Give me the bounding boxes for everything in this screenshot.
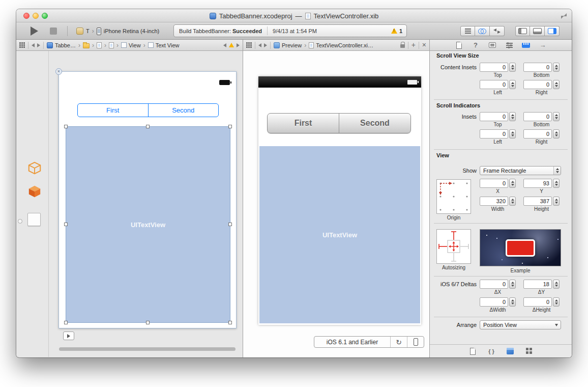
connections-inspector-tab[interactable] [538,41,548,50]
view-object-icon[interactable] [27,213,41,226]
navigator-toggle-button[interactable] [515,26,530,36]
breadcrumb-folder[interactable] [83,42,90,48]
resize-handle[interactable] [64,223,68,226]
delta-height-input[interactable] [523,297,552,307]
object-cube-icon[interactable] [27,184,42,201]
delta-y-input[interactable] [523,280,552,289]
assistant-editor-button[interactable] [475,26,490,36]
attributes-inspector-tab[interactable] [504,41,514,50]
stepper[interactable] [553,129,560,139]
breadcrumb-document[interactable] [109,42,114,48]
resize-handle[interactable] [228,125,232,128]
indicator-insets-right-input[interactable] [523,129,552,139]
stepper[interactable] [509,63,516,72]
stepper[interactable] [509,297,516,307]
y-input[interactable] [523,179,552,188]
close-scene-icon[interactable] [55,68,62,75]
utilities-toggle-button[interactable] [545,26,560,36]
warning-icon[interactable] [391,28,397,34]
stepper[interactable] [553,112,560,121]
segmented-control[interactable]: First Second [77,103,219,117]
breadcrumb-project[interactable]: Tabbe… [47,42,76,48]
object-library-tab[interactable] [505,347,515,356]
run-button[interactable] [31,26,38,36]
content-insets-left-input[interactable] [480,80,508,89]
forward-button[interactable] [37,43,40,47]
breadcrumb-file[interactable] [97,42,102,48]
standard-editor-button[interactable] [460,26,475,36]
horizontal-scrollbar[interactable] [59,347,236,351]
debug-area-toggle-button[interactable] [530,26,545,36]
stepper[interactable] [509,80,516,89]
stepper[interactable] [509,280,516,289]
stepper[interactable] [509,112,516,121]
version-editor-button[interactable] [490,26,505,36]
issue-warning-icon[interactable] [229,43,234,47]
stepper[interactable] [553,297,560,307]
uitextview-selected[interactable]: UITextView [66,126,230,323]
add-assistant-icon[interactable] [411,42,416,48]
indicator-insets-left-input[interactable] [480,129,508,139]
breadcrumb-preview[interactable]: Preview [274,42,302,48]
breadcrumb-textview[interactable]: Text View [148,42,180,48]
delta-x-input[interactable] [480,280,508,289]
resize-handle[interactable] [146,125,150,128]
origin-widget[interactable] [436,179,471,214]
titlebar[interactable]: TabbedBanner.xcodeproj — TextViewControl… [16,9,572,22]
size-inspector-tab[interactable] [521,41,531,50]
view-controller-scene[interactable]: First Second UITextView [58,71,237,328]
stepper[interactable] [509,129,516,139]
stepper[interactable] [553,63,560,72]
delta-width-input[interactable] [480,297,508,307]
segment-first[interactable]: First [78,104,148,117]
resize-handle[interactable] [228,223,232,226]
stepper[interactable] [553,197,560,206]
content-insets-bottom-input[interactable] [523,63,552,72]
height-input[interactable] [523,197,552,206]
quick-help-inspector-tab[interactable] [471,41,481,50]
device-button[interactable] [407,337,424,347]
resize-handle[interactable] [146,321,150,324]
indicator-insets-bottom-input[interactable] [523,112,552,121]
dock-expand-button[interactable] [18,219,22,224]
stop-button[interactable] [50,27,57,35]
stepper[interactable] [553,280,560,289]
back-button[interactable] [258,43,261,47]
file-inspector-tab[interactable] [454,41,464,50]
identity-inspector-tab[interactable] [487,41,497,50]
fullscreen-icon[interactable] [561,13,567,19]
resize-handle[interactable] [64,321,68,324]
arrange-dropdown[interactable]: Position View [480,320,561,329]
media-library-tab[interactable] [524,347,534,356]
content-insets-right-input[interactable] [523,80,552,89]
breadcrumb-view[interactable]: View [121,42,141,48]
code-snippet-library-tab[interactable] [486,347,496,356]
lock-icon[interactable] [400,44,405,48]
warning-count[interactable]: 1 [399,28,402,34]
segment-second[interactable]: Second [149,104,219,117]
os-version-selector[interactable]: iOS 6.1 and Earlier [314,337,390,347]
file-template-library-tab[interactable] [467,347,478,356]
scheme-selector[interactable]: T iPhone Retina (4-inch) [76,22,159,40]
scene-present-button[interactable] [63,331,74,340]
resize-handle[interactable] [228,321,232,324]
stepper[interactable] [553,80,560,89]
indicator-insets-top-input[interactable] [480,112,508,121]
breadcrumb-preview-file[interactable]: TextViewController.xi… [309,42,373,48]
resize-handle[interactable] [64,125,68,128]
placeholder-cube-icon[interactable] [27,161,42,177]
previous-issue-button[interactable] [223,43,226,47]
close-assistant-icon[interactable] [422,42,426,48]
forward-button[interactable] [264,43,267,47]
back-button[interactable] [32,43,35,47]
content-insets-top-input[interactable] [480,63,508,72]
autosizing-widget[interactable] [436,229,471,264]
related-items-icon[interactable] [19,42,25,48]
stepper[interactable] [553,179,560,188]
interface-builder-canvas[interactable]: First Second UITextView [16,51,243,357]
show-popup[interactable]: Frame Rectangle [480,166,561,175]
next-issue-button[interactable] [237,43,240,47]
related-items-icon[interactable] [246,42,252,48]
stepper[interactable] [509,179,516,188]
activity-viewer[interactable]: Build TabbedBanner: Succeeded 9/4/13 at … [173,24,407,37]
